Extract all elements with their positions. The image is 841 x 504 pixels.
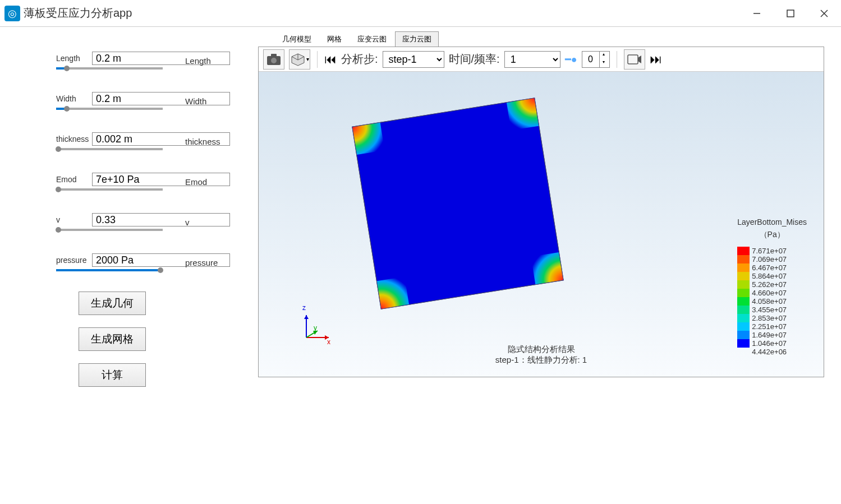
param-label: Width bbox=[56, 94, 89, 103]
titlebar: ◎ 薄板受压应力分析app bbox=[0, 0, 841, 27]
axis-x-label: x bbox=[327, 338, 330, 346]
pressure-slider[interactable] bbox=[56, 269, 163, 271]
maximize-icon bbox=[787, 10, 794, 17]
spinner-up-icon[interactable]: ▴ bbox=[600, 52, 608, 59]
rewind-icon[interactable]: ⏮ bbox=[324, 52, 337, 67]
v-input[interactable] bbox=[92, 213, 230, 226]
spinner-down-icon[interactable]: ▾ bbox=[600, 59, 608, 67]
param-label: thickness bbox=[56, 135, 89, 144]
param-width: Width Width bbox=[56, 90, 236, 112]
calculate-button[interactable]: 计算 bbox=[79, 363, 146, 387]
screenshot-button[interactable] bbox=[263, 49, 284, 70]
param-display: Width bbox=[185, 96, 206, 106]
viewer-toolbar: ▾ ⏮ 分析步: step-1 时间/频率: 1 ━● ▴▾ bbox=[259, 47, 824, 72]
param-label: pressure bbox=[56, 256, 89, 265]
maximize-button[interactable] bbox=[774, 0, 807, 27]
chevron-down-icon: ▾ bbox=[306, 56, 309, 62]
legend-units: （Pa） bbox=[737, 230, 807, 240]
svg-marker-12 bbox=[638, 56, 641, 63]
emod-input[interactable] bbox=[92, 173, 230, 186]
thickness-slider[interactable] bbox=[56, 148, 163, 150]
tab-stress[interactable]: 应力云图 bbox=[395, 31, 439, 47]
generate-geometry-button[interactable]: 生成几何 bbox=[79, 292, 146, 315]
analysis-step-select[interactable]: step-1 bbox=[383, 51, 444, 68]
time-freq-select[interactable]: 1 bbox=[504, 51, 560, 68]
axis-z-label: z bbox=[302, 304, 306, 312]
view-cube-button[interactable]: ▾ bbox=[289, 49, 310, 70]
minimize-button[interactable] bbox=[740, 0, 774, 27]
tab-geom-model[interactable]: 几何模型 bbox=[275, 31, 319, 47]
analysis-step-label: 分析步: bbox=[341, 52, 378, 67]
close-button[interactable] bbox=[807, 0, 841, 27]
frame-spinner[interactable]: ▴▾ bbox=[582, 51, 610, 68]
tab-mesh[interactable]: 网格 bbox=[320, 31, 349, 47]
param-emod: Emod Emod bbox=[56, 170, 236, 193]
param-pressure: pressure pressure bbox=[56, 251, 236, 274]
width-slider[interactable] bbox=[56, 108, 163, 110]
param-display: Emod bbox=[185, 177, 207, 187]
legend-values: 7.671e+077.069e+076.467e+075.864e+075.26… bbox=[752, 247, 787, 356]
legend-title: LayerBottom_Mises bbox=[737, 218, 807, 226]
svg-rect-11 bbox=[628, 55, 638, 64]
svg-rect-1 bbox=[787, 10, 794, 17]
param-v: v v bbox=[56, 211, 236, 233]
camera-icon bbox=[266, 53, 281, 66]
sidebar: Length Length Width Width thickness bbox=[0, 27, 258, 504]
param-label: Length bbox=[56, 54, 89, 63]
param-length: Length Length bbox=[56, 49, 236, 72]
stress-contour-plate bbox=[352, 98, 564, 309]
generate-mesh-button[interactable]: 生成网格 bbox=[79, 327, 146, 351]
app-icon: ◎ bbox=[4, 6, 20, 21]
close-icon bbox=[820, 10, 828, 17]
param-label: Emod bbox=[56, 175, 89, 184]
svg-point-6 bbox=[271, 58, 277, 63]
viewer-panel: ▾ ⏮ 分析步: step-1 时间/频率: 1 ━● ▴▾ bbox=[258, 47, 824, 377]
legend-colorbar bbox=[737, 247, 750, 348]
video-icon bbox=[627, 54, 642, 64]
v-slider[interactable] bbox=[56, 229, 163, 231]
legend: LayerBottom_Mises （Pa） 7.671e+077.069e+0… bbox=[737, 218, 807, 356]
time-freq-label: 时间/频率: bbox=[449, 52, 500, 67]
emod-slider[interactable] bbox=[56, 188, 163, 191]
result-caption: 隐式结构分析结果 step-1：线性静力分析: 1 bbox=[495, 344, 587, 366]
tab-strain[interactable]: 应变云图 bbox=[350, 31, 394, 47]
svg-marker-16 bbox=[304, 315, 309, 319]
cube-icon bbox=[291, 53, 305, 66]
width-input[interactable] bbox=[92, 92, 230, 105]
tabs: 几何模型 网格 应变云图 应力云图 bbox=[275, 31, 824, 47]
svg-rect-5 bbox=[271, 54, 277, 57]
minimize-icon bbox=[753, 10, 761, 17]
app-title: 薄板受压应力分析app bbox=[24, 6, 132, 21]
param-display: v bbox=[185, 218, 190, 227]
param-display: Length bbox=[185, 56, 211, 66]
axis-y-label: y bbox=[314, 324, 317, 332]
record-button[interactable] bbox=[624, 49, 645, 70]
viewer-canvas[interactable]: x y z 隐式结构分析结果 step-1：线性静力分析: 1 LayerBot… bbox=[259, 72, 824, 377]
slider-icon[interactable]: ━● bbox=[565, 53, 577, 66]
forward-icon[interactable]: ⏭ bbox=[650, 52, 662, 67]
param-display: pressure bbox=[185, 258, 218, 267]
length-slider[interactable] bbox=[56, 67, 163, 70]
param-display: thickness bbox=[185, 137, 220, 146]
param-label: v bbox=[56, 215, 89, 224]
param-thickness: thickness thickness bbox=[56, 130, 236, 152]
